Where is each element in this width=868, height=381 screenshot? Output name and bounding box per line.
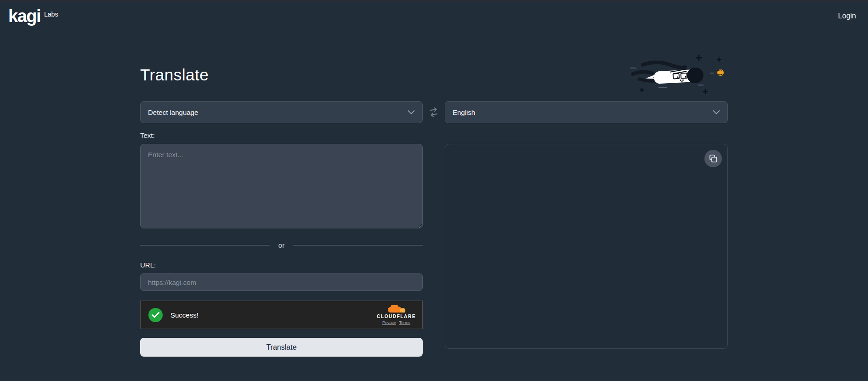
kagi-logo-text: kagi: [8, 8, 40, 24]
privacy-link[interactable]: Privacy: [382, 320, 396, 325]
copy-button[interactable]: [704, 150, 722, 167]
url-input[interactable]: [140, 273, 423, 291]
login-link[interactable]: Login: [838, 12, 856, 20]
title-row: Translate: [140, 54, 728, 96]
text-input[interactable]: [140, 144, 423, 228]
target-language-select[interactable]: English: [445, 101, 728, 123]
source-language-value: Detect language: [148, 108, 198, 116]
translation-output-panel: [445, 144, 728, 349]
success-check-badge: [148, 308, 163, 322]
labs-label: Labs: [44, 11, 58, 18]
output-column: [445, 123, 728, 357]
url-label: URL:: [140, 261, 423, 269]
translator-columns: Text: or URL: Success!: [140, 123, 728, 357]
copy-icon: [709, 154, 717, 163]
page-title: Translate: [140, 66, 209, 84]
check-icon: [152, 312, 159, 318]
captcha-status-text: Success!: [170, 311, 199, 319]
target-language-value: English: [453, 108, 475, 116]
swap-languages-button[interactable]: [423, 107, 445, 118]
main-content: Translate: [140, 54, 728, 357]
links-separator: ·: [397, 320, 398, 325]
rocket-illustration: [629, 54, 728, 96]
or-divider: or: [140, 241, 423, 249]
chevron-down-icon: [713, 110, 720, 114]
divider-label: or: [278, 241, 284, 249]
cloudflare-brand: CLOUDFLARE Privacy·Terms: [377, 305, 416, 325]
cloudflare-cloud-icon: [387, 305, 406, 313]
text-label: Text:: [140, 131, 423, 139]
kagi-translate-page: kagi Labs Login Translate: [0, 0, 868, 381]
divider-line: [140, 245, 270, 245]
cloudflare-turnstile-widget: Success! CLOUDFLARE Privacy·Terms: [140, 301, 423, 329]
divider-line: [293, 245, 423, 245]
source-language-select[interactable]: Detect language: [140, 101, 423, 123]
translate-button[interactable]: Translate: [140, 338, 423, 357]
swap-languages-icon: [428, 107, 439, 118]
terms-link[interactable]: Terms: [399, 320, 411, 325]
language-select-row: Detect language English: [140, 101, 728, 123]
cloudflare-wordmark: CLOUDFLARE: [377, 314, 416, 319]
input-column: Text: or URL: Success!: [140, 123, 423, 357]
chevron-down-icon: [408, 110, 415, 114]
kagi-labs-logo[interactable]: kagi Labs: [8, 8, 58, 24]
cloudflare-legal-links: Privacy·Terms: [382, 320, 410, 325]
navbar: kagi Labs Login: [0, 1, 868, 31]
